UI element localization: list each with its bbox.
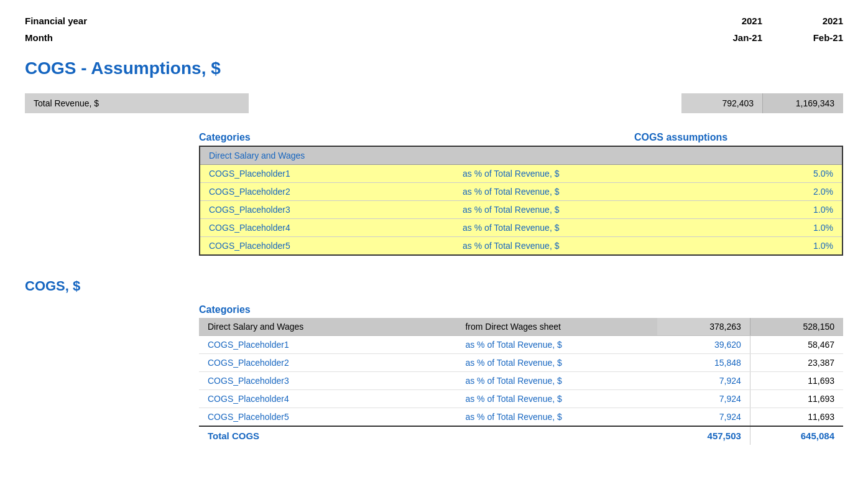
revenue-label: Total Revenue, $ bbox=[25, 93, 249, 113]
value-cell: 1.0% bbox=[652, 237, 843, 256]
category-cell: COGS_Placeholder5 bbox=[199, 408, 456, 427]
month-label: Month bbox=[25, 29, 87, 46]
col1-value: 7,924 bbox=[657, 390, 750, 408]
categories-header: Categories bbox=[199, 132, 423, 143]
col2-value: 23,387 bbox=[750, 354, 843, 372]
col2-year: 2021 bbox=[762, 12, 843, 29]
table-row: COGS_Placeholder4 as % of Total Revenue,… bbox=[199, 390, 843, 408]
method-cell: as % of Total Revenue, $ bbox=[454, 165, 652, 183]
category-cell: COGS_Placeholder2 bbox=[199, 354, 456, 372]
assumptions-section: Categories COGS assumptions Direct Salar… bbox=[25, 132, 843, 256]
page-header: Financial year Month 2021 Jan-21 2021 Fe… bbox=[25, 12, 843, 46]
category-cell: COGS_Placeholder1 bbox=[200, 165, 454, 183]
col2-value: 11,693 bbox=[750, 372, 843, 390]
total-col2: 645,084 bbox=[750, 426, 843, 445]
revenue-col2: 1,169,343 bbox=[762, 93, 843, 113]
col1-month: Jan-21 bbox=[681, 29, 762, 46]
method-cell: as % of Total Revenue, $ bbox=[456, 408, 657, 427]
category-cell: COGS_Placeholder3 bbox=[200, 201, 454, 219]
page-title: COGS - Assumptions, $ bbox=[25, 58, 843, 78]
col2-month: Feb-21 bbox=[762, 29, 843, 46]
cogs-title: COGS, $ bbox=[25, 278, 843, 294]
assumptions-headers: Categories COGS assumptions bbox=[199, 132, 843, 143]
category-cell: COGS_Placeholder5 bbox=[200, 237, 454, 256]
col1-header: 2021 Jan-21 bbox=[681, 12, 762, 46]
category-cell: Direct Salary and Wages bbox=[200, 146, 454, 165]
col1-value: 378,263 bbox=[657, 318, 750, 336]
col2-value: 58,467 bbox=[750, 336, 843, 354]
method-cell: as % of Total Revenue, $ bbox=[456, 372, 657, 390]
category-cell: COGS_Placeholder1 bbox=[199, 336, 456, 354]
col1-year: 2021 bbox=[681, 12, 762, 29]
col2-value: 11,693 bbox=[750, 408, 843, 427]
col1-value: 7,924 bbox=[657, 372, 750, 390]
cogs-categories-header: Categories bbox=[199, 304, 843, 315]
revenue-col1: 792,403 bbox=[681, 93, 762, 113]
value-cell: 1.0% bbox=[652, 201, 843, 219]
cogs-section: COGS, $ Categories Direct Salary and Wag… bbox=[25, 278, 843, 445]
cogs-assumptions-header: COGS assumptions bbox=[597, 132, 765, 143]
table-row: COGS_Placeholder5 as % of Total Revenue,… bbox=[200, 237, 843, 256]
method-cell: from Direct Wages sheet bbox=[456, 318, 657, 336]
total-revenue-row: Total Revenue, $ 792,403 1,169,343 bbox=[25, 93, 843, 113]
total-cogs-row: Total COGS 457,503 645,084 bbox=[199, 426, 843, 445]
col1-value: 39,620 bbox=[657, 336, 750, 354]
total-col1: 457,503 bbox=[657, 426, 750, 445]
table-row: Direct Salary and Wages from Direct Wage… bbox=[199, 318, 843, 336]
category-cell: Direct Salary and Wages bbox=[199, 318, 456, 336]
total-label: Total COGS bbox=[199, 426, 456, 445]
table-row: COGS_Placeholder4 as % of Total Revenue,… bbox=[200, 219, 843, 237]
method-header-spacer bbox=[423, 132, 597, 143]
category-cell: COGS_Placeholder4 bbox=[199, 390, 456, 408]
value-cell bbox=[652, 146, 843, 165]
method-cell: as % of Total Revenue, $ bbox=[454, 201, 652, 219]
assumptions-table: Direct Salary and Wages COGS_Placeholder… bbox=[199, 146, 843, 256]
value-cell: 5.0% bbox=[652, 165, 843, 183]
method-cell: as % of Total Revenue, $ bbox=[456, 336, 657, 354]
method-cell: as % of Total Revenue, $ bbox=[456, 390, 657, 408]
col1-value: 7,924 bbox=[657, 408, 750, 427]
table-row: COGS_Placeholder2 as % of Total Revenue,… bbox=[200, 183, 843, 201]
total-spacer bbox=[456, 426, 657, 445]
method-cell: as % of Total Revenue, $ bbox=[454, 219, 652, 237]
category-cell: COGS_Placeholder4 bbox=[200, 219, 454, 237]
table-row: COGS_Placeholder5 as % of Total Revenue,… bbox=[199, 408, 843, 427]
header-labels: Financial year Month bbox=[25, 12, 87, 46]
col1-value: 15,848 bbox=[657, 354, 750, 372]
method-cell bbox=[454, 146, 652, 165]
table-row: COGS_Placeholder1 as % of Total Revenue,… bbox=[199, 336, 843, 354]
col2-value: 528,150 bbox=[750, 318, 843, 336]
col2-header: 2021 Feb-21 bbox=[762, 12, 843, 46]
category-cell: COGS_Placeholder3 bbox=[199, 372, 456, 390]
table-row: COGS_Placeholder1 as % of Total Revenue,… bbox=[200, 165, 843, 183]
method-cell: as % of Total Revenue, $ bbox=[454, 237, 652, 256]
method-cell: as % of Total Revenue, $ bbox=[454, 183, 652, 201]
value-cell: 2.0% bbox=[652, 183, 843, 201]
table-row: COGS_Placeholder3 as % of Total Revenue,… bbox=[199, 372, 843, 390]
table-row: COGS_Placeholder3 as % of Total Revenue,… bbox=[200, 201, 843, 219]
table-row: Direct Salary and Wages bbox=[200, 146, 843, 165]
value-cell: 1.0% bbox=[652, 219, 843, 237]
cogs-table: Direct Salary and Wages from Direct Wage… bbox=[199, 318, 843, 445]
financial-year-label: Financial year bbox=[25, 12, 87, 29]
table-row: COGS_Placeholder2 as % of Total Revenue,… bbox=[199, 354, 843, 372]
col2-value: 11,693 bbox=[750, 390, 843, 408]
method-cell: as % of Total Revenue, $ bbox=[456, 354, 657, 372]
category-cell: COGS_Placeholder2 bbox=[200, 183, 454, 201]
header-years: 2021 Jan-21 2021 Feb-21 bbox=[681, 12, 843, 46]
